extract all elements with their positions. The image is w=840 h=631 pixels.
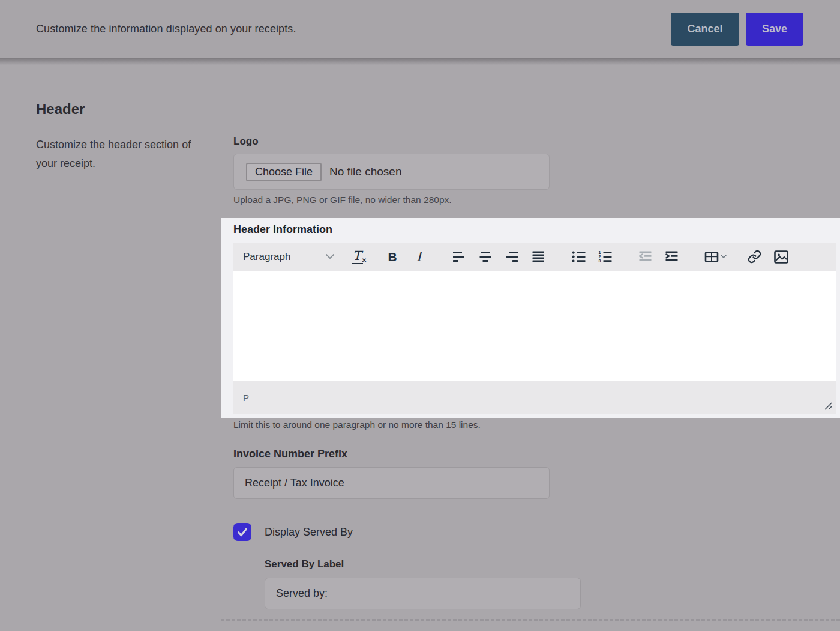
align-center-icon [479, 251, 491, 262]
align-left-button[interactable] [449, 247, 469, 267]
bold-icon: B [388, 250, 397, 264]
section-description: Customize the header section of your rec… [36, 136, 210, 173]
bullet-list-icon [572, 250, 586, 263]
toolbar-group-style: B I [379, 247, 432, 267]
toolbar-group-clear: T✕ [346, 247, 373, 267]
indent-button[interactable] [661, 247, 682, 267]
editor-content-area[interactable] [233, 271, 836, 381]
logo-file-input[interactable]: Choose File No file chosen [233, 154, 550, 190]
toolbar-group-table [698, 247, 732, 267]
clear-formatting-button[interactable]: T✕ [349, 247, 370, 267]
logo-label: Logo [233, 136, 259, 148]
link-icon [748, 250, 761, 264]
toolbar-group-align [446, 247, 551, 267]
topbar-actions: Cancel Save [671, 13, 803, 46]
align-center-button[interactable] [475, 247, 496, 267]
topbar-message: Customize the information displayed on y… [36, 23, 296, 35]
table-chevron-icon [721, 255, 727, 259]
indent-icon [665, 250, 678, 263]
align-right-button[interactable] [502, 247, 522, 267]
align-left-icon [453, 251, 465, 262]
editor-status-bar: P [233, 381, 836, 414]
editor-toolbar: Paragraph T✕ B [233, 243, 836, 271]
table-button[interactable] [701, 247, 729, 267]
display-served-by-checkbox[interactable] [233, 523, 251, 541]
svg-text:1: 1 [598, 250, 601, 255]
page-title: Header [36, 101, 85, 118]
toolbar-group-insert [741, 247, 794, 267]
toolbar-group-lists: 1 2 3 [565, 247, 618, 267]
image-icon [774, 250, 788, 264]
svg-text:3: 3 [598, 259, 601, 263]
justify-icon [532, 251, 544, 262]
invoice-number-prefix-input[interactable] [233, 467, 550, 499]
justify-button[interactable] [528, 247, 548, 267]
outdent-button[interactable] [635, 247, 655, 267]
svg-text:2: 2 [598, 255, 601, 259]
topbar-shadow [0, 58, 840, 65]
paragraph-format-value: Paragraph [243, 251, 290, 263]
receipt-settings-page: Customize the information displayed on y… [0, 0, 840, 631]
content-top-line [0, 65, 840, 65]
bullet-list-button[interactable] [568, 247, 589, 267]
topbar: Customize the information displayed on y… [0, 0, 840, 58]
italic-icon: I [416, 249, 422, 264]
invoice-number-prefix-label: Invoice Number Prefix [233, 448, 347, 460]
checkmark-icon [236, 525, 249, 539]
paragraph-format-select[interactable]: Paragraph [243, 251, 334, 263]
toolbar-group-indent [632, 247, 685, 267]
logo-hint: Upload a JPG, PNG or GIF file, no wider … [233, 195, 452, 205]
resize-handle-icon[interactable] [823, 401, 833, 411]
header-information-spotlight: Header Information Paragraph T✕ [221, 218, 840, 418]
served-by-label: Served By Label [265, 558, 344, 570]
chevron-down-icon [326, 254, 334, 259]
served-by-input[interactable] [265, 578, 581, 609]
clear-formatting-icon: T✕ [352, 249, 367, 264]
save-button[interactable]: Save [746, 13, 803, 46]
element-path: P [243, 393, 249, 403]
link-button[interactable] [744, 247, 764, 267]
numbered-list-icon: 1 2 3 [598, 250, 612, 263]
cancel-button[interactable]: Cancel [671, 13, 739, 46]
header-information-label: Header Information [233, 223, 332, 236]
dashed-divider [221, 619, 840, 621]
outdent-icon [639, 250, 652, 263]
table-icon [704, 251, 719, 263]
italic-button[interactable]: I [409, 247, 429, 267]
display-served-by-label: Display Served By [265, 526, 353, 539]
choose-file-button[interactable]: Choose File [246, 163, 322, 181]
align-right-icon [506, 251, 518, 262]
no-file-chosen-text: No file chosen [329, 165, 401, 178]
header-information-hint: Limit this to around one paragraph or no… [233, 420, 481, 430]
bold-button[interactable]: B [382, 247, 403, 267]
rich-text-editor: Paragraph T✕ B [233, 243, 836, 414]
image-button[interactable] [771, 247, 791, 267]
numbered-list-button[interactable]: 1 2 3 [595, 247, 615, 267]
